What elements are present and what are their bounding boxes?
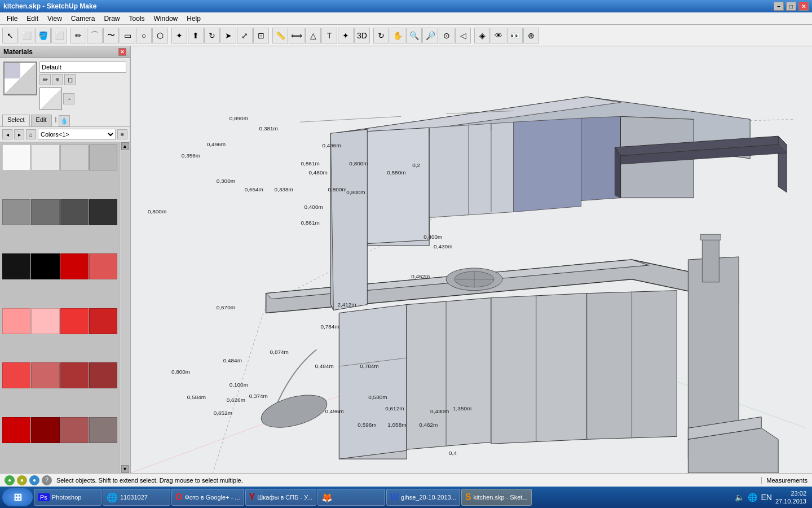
tray-icon-2[interactable]: 🌐 [748, 493, 757, 502]
color-swatch[interactable] [2, 253, 30, 279]
colors-dropdown[interactable]: Colors<1> Colors<2> Brick Tile Wood [38, 129, 116, 140]
color-swatch[interactable] [60, 199, 89, 225]
color-swatch[interactable] [31, 199, 59, 225]
paint-bucket-button[interactable]: 🪣 [35, 28, 51, 43]
taskbar-item-shkafi[interactable]: Y Шкафы в СПБ - У... [245, 489, 316, 506]
protractor-button[interactable]: △ [305, 28, 321, 43]
menu-draw[interactable]: Draw [100, 14, 125, 24]
start-button[interactable]: ⊞ [2, 488, 33, 506]
minimize-button[interactable]: – [774, 2, 784, 11]
follow-me-button[interactable]: ➤ [220, 28, 236, 43]
menu-view[interactable]: View [43, 14, 67, 24]
menu-camera[interactable]: Camera [67, 14, 100, 24]
move-button[interactable]: ✦ [171, 28, 187, 43]
tray-icon-1[interactable]: 🔈 [735, 493, 744, 502]
scroll-up-button[interactable]: ▲ [121, 142, 129, 150]
rectangle-button[interactable]: ▭ [120, 28, 135, 43]
menu-file[interactable]: File [2, 14, 22, 24]
color-swatch[interactable] [2, 362, 30, 388]
3d-text-button[interactable]: 3D [354, 28, 370, 43]
color-swatch[interactable] [31, 417, 59, 443]
scale-button[interactable]: ⤢ [237, 28, 253, 43]
status-icon-2[interactable]: ● [17, 475, 27, 485]
axes-button[interactable]: ✦ [338, 28, 354, 43]
color-swatch[interactable] [89, 253, 117, 279]
system-clock[interactable]: 23:02 27.10.2013 [775, 489, 806, 506]
color-swatch[interactable] [2, 144, 30, 170]
material-reset-icon[interactable]: ◻ [64, 74, 76, 85]
push-pull-button[interactable]: ⬆ [188, 28, 204, 43]
taskbar-item-opera[interactable]: O Фото в Google+ - ... [171, 489, 244, 506]
color-swatch[interactable] [89, 308, 117, 334]
arc-tool-button[interactable]: ⌒ [87, 28, 103, 43]
materials-edit-tab[interactable]: Edit [31, 115, 52, 126]
previous-view-button[interactable]: ◁ [455, 28, 471, 43]
nav-settings-button[interactable]: ≡ [117, 129, 127, 139]
color-swatch[interactable] [60, 362, 89, 388]
color-swatch[interactable] [31, 362, 59, 388]
color-swatch[interactable] [89, 144, 117, 170]
eraser-button[interactable]: ⬜ [51, 28, 67, 43]
position-camera-button[interactable]: ⊕ [523, 28, 539, 43]
zoom-button[interactable]: 🔍 [406, 28, 422, 43]
orbit-button[interactable]: ↻ [373, 28, 389, 43]
color-swatch[interactable] [31, 253, 59, 279]
color-swatch[interactable] [2, 199, 30, 225]
status-icon-help[interactable]: ? [42, 475, 52, 485]
pan-button[interactable]: ✋ [390, 28, 405, 43]
make-component-button[interactable]: ⬜ [19, 28, 34, 43]
status-icon-3[interactable]: ● [29, 475, 39, 485]
material-sample-icon[interactable]: ⊕ [52, 74, 63, 85]
zoom-window-button[interactable]: 🔎 [422, 28, 438, 43]
taskbar-item-firefox[interactable]: 🦊 [317, 489, 385, 506]
scrollbar[interactable]: ▲ ▼ [120, 142, 130, 473]
color-swatch[interactable] [60, 253, 89, 279]
scene-area[interactable]: 0,496m 0,356m 0,800m 0,890m 0,381m 0,496… [131, 46, 812, 473]
text-button[interactable]: T [321, 28, 337, 43]
material-arrow-icon[interactable]: → [63, 93, 74, 104]
material-edit-icon[interactable]: ✏ [39, 74, 51, 85]
materials-close-button[interactable]: ✕ [118, 48, 126, 56]
close-button[interactable]: ✕ [798, 2, 809, 11]
taskbar-item-word[interactable]: W gihse_20-10-2013... [386, 489, 460, 506]
language-indicator[interactable]: EN [761, 493, 771, 502]
maximize-button[interactable]: □ [786, 2, 796, 11]
taskbar-item-explorer[interactable]: 🌐 11031027 [103, 489, 170, 506]
polygon-button[interactable]: ⬡ [152, 28, 168, 43]
nav-back-button[interactable]: ◂ [2, 129, 12, 139]
materials-select-tab[interactable]: Select [2, 115, 30, 126]
taskbar-item-sketchup[interactable]: S kitchen.skp - Sket... [461, 489, 532, 506]
material-name-input[interactable] [39, 62, 126, 73]
menu-edit[interactable]: Edit [22, 14, 43, 24]
menu-window[interactable]: Window [149, 14, 183, 24]
material-current-swatch[interactable] [3, 62, 37, 95]
color-swatch[interactable] [31, 308, 59, 334]
color-swatch[interactable] [31, 144, 59, 170]
select-tool-button[interactable]: ↖ [2, 28, 18, 43]
color-swatch[interactable] [89, 417, 117, 443]
3d-viewport[interactable]: 0,496m 0,356m 0,800m 0,890m 0,381m 0,496… [131, 46, 812, 473]
color-swatch[interactable] [2, 308, 30, 334]
zoom-extents-button[interactable]: ⊙ [439, 28, 454, 43]
circle-button[interactable]: ○ [136, 28, 152, 43]
color-swatch[interactable] [2, 417, 30, 443]
rotate-button[interactable]: ↻ [204, 28, 220, 43]
look-around-button[interactable]: 👀 [507, 28, 523, 43]
line-tool-button[interactable]: ✏ [70, 28, 86, 43]
tape-measure-button[interactable]: 📏 [272, 28, 288, 43]
nav-home-button[interactable]: ⌂ [26, 129, 36, 139]
materials-dropper-icon[interactable]: 💧 [59, 115, 70, 126]
section-cut-button[interactable]: ◈ [474, 28, 490, 43]
color-swatch[interactable] [60, 144, 89, 170]
menu-tools[interactable]: Tools [125, 14, 149, 24]
offset-button[interactable]: ⊡ [253, 28, 269, 43]
freehand-button[interactable]: 〜 [103, 28, 119, 43]
taskbar-item-ps[interactable]: Ps Photoshop [34, 489, 102, 506]
menu-help[interactable]: Help [182, 14, 205, 24]
nav-forward-button[interactable]: ▸ [14, 129, 24, 139]
color-swatch[interactable] [89, 199, 117, 225]
dimension-button[interactable]: ⟺ [289, 28, 304, 43]
status-icon-1[interactable]: ● [5, 475, 15, 485]
walkthrough-button[interactable]: 👁 [491, 28, 506, 43]
color-swatch[interactable] [60, 417, 89, 443]
